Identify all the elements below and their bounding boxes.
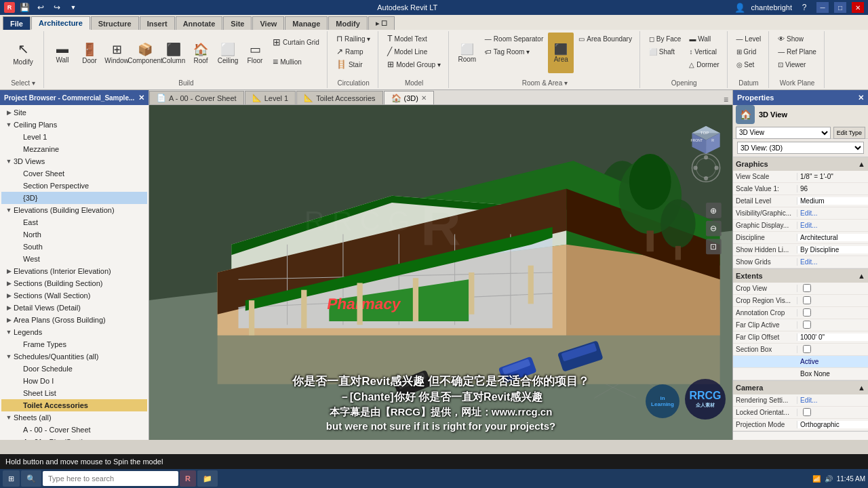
wall-btn[interactable]: ▬ Wall bbox=[50, 33, 75, 73]
show-btn[interactable]: 👁 Show bbox=[774, 33, 820, 45]
props-row-far-clip-offset[interactable]: Far Clip Offset 1000' 0" bbox=[733, 331, 868, 344]
toggle-sheets[interactable]: ▼ bbox=[4, 413, 14, 422]
tree-item-elevations-interior[interactable]: ▶ Elevations (Interior Elevation) bbox=[1, 265, 147, 277]
taskbar-revit-btn[interactable]: R bbox=[180, 470, 196, 487]
toggle-3dviews[interactable]: ▼ bbox=[4, 157, 14, 166]
quick-save[interactable]: 💾 bbox=[18, 1, 31, 14]
panel-options[interactable]: ≡ bbox=[724, 95, 732, 104]
tree-item-site[interactable]: ▶ Site bbox=[1, 106, 147, 119]
tree-item-sections-wall[interactable]: ▶ Sections (Wall Section) bbox=[1, 289, 147, 302]
redo-btn[interactable]: ↪ bbox=[50, 1, 64, 14]
model-group-btn[interactable]: ⊞ Model Group ▾ bbox=[384, 58, 444, 70]
floor-btn[interactable]: ▭ Floor bbox=[242, 33, 268, 73]
window-btn[interactable]: ⊞ Window bbox=[104, 33, 130, 73]
props-row-hidden-lines[interactable]: Show Hidden Li... By Discipline bbox=[733, 244, 868, 256]
tab-level1[interactable]: 📐 Level 1 bbox=[245, 91, 296, 104]
ref-plane-btn[interactable]: — Ref Plane bbox=[774, 45, 820, 58]
tree-item-north[interactable]: North bbox=[1, 228, 147, 241]
wall-open-btn[interactable]: ▬ Wall bbox=[686, 33, 722, 45]
view-type-dropdown[interactable]: 3D View bbox=[736, 127, 831, 139]
column-btn[interactable]: ⬛ Column bbox=[161, 33, 186, 73]
props-row-annotation-crop[interactable]: Annotation Crop bbox=[733, 307, 868, 319]
props-row-discipline[interactable]: Discipline Architectural bbox=[733, 232, 868, 244]
toggle-sections-wall[interactable]: ▶ bbox=[4, 291, 14, 300]
tree-item-toilet-accessories[interactable]: Toilet Accessories bbox=[1, 399, 147, 411]
tab-file[interactable]: File bbox=[3, 16, 31, 30]
maximize-btn[interactable]: □ bbox=[834, 2, 846, 13]
tree-item-legends[interactable]: ▼ Legends bbox=[1, 326, 147, 338]
props-section-camera-header[interactable]: Camera ▲ bbox=[733, 381, 868, 394]
props-row-rendering[interactable]: Rendering Setti... Edit... bbox=[733, 394, 868, 407]
by-face-btn[interactable]: ◻ By Face bbox=[646, 33, 684, 45]
ramp-btn[interactable]: ↗ Ramp bbox=[333, 45, 374, 58]
tree-item-level1-cp[interactable]: Level 1 bbox=[1, 131, 147, 143]
tab-3d[interactable]: 🏠 (3D) ✕ bbox=[384, 91, 434, 104]
toggle-area-plans[interactable]: ▶ bbox=[4, 315, 14, 325]
props-row-locked-orientation[interactable]: Locked Orientat... bbox=[733, 407, 868, 419]
props-row-far-clip-active[interactable]: Far Clip Active bbox=[733, 319, 868, 331]
tree-item-a01[interactable]: A - 01 - Plan/Sections bbox=[1, 436, 147, 440]
tree-item-elevations-building[interactable]: ▼ Elevations (Building Elevation) bbox=[1, 204, 147, 216]
roof-btn[interactable]: 🏠 Roof bbox=[188, 33, 214, 73]
toggle-elev-int[interactable]: ▶ bbox=[4, 266, 14, 276]
tree-item-south[interactable]: South bbox=[1, 241, 147, 253]
props-row-detail-level[interactable]: Detail Level Medium bbox=[733, 195, 868, 207]
pb-close[interactable]: ✕ bbox=[138, 94, 144, 102]
props-row-section-box[interactable]: Section Box bbox=[733, 344, 868, 356]
taskbar-search-input[interactable] bbox=[43, 471, 178, 486]
far-clip-active-checkbox[interactable] bbox=[803, 321, 811, 329]
toggle-schedules[interactable]: ▼ bbox=[4, 352, 14, 361]
tree-item-mezzanine[interactable]: Mezzanine bbox=[1, 143, 147, 155]
modify-btn[interactable]: ↖ Modify bbox=[7, 33, 39, 73]
tab-structure[interactable]: Structure bbox=[91, 16, 139, 30]
viewport[interactable]: Pharmacy bbox=[149, 105, 732, 440]
edit-type-btn[interactable]: Edit Type bbox=[833, 127, 865, 139]
railing-btn[interactable]: ⊓ Railing ▾ bbox=[333, 33, 374, 45]
toggle-legends[interactable]: ▼ bbox=[4, 327, 14, 337]
props-row-crop-view[interactable]: Crop View bbox=[733, 283, 868, 295]
tree-item-east[interactable]: East bbox=[1, 216, 147, 228]
toggle-elev[interactable]: ▼ bbox=[4, 205, 14, 215]
props-row-projection-mode[interactable]: Projection Mode Orthographic bbox=[733, 419, 868, 431]
dormer-btn[interactable]: △ Dormer bbox=[686, 58, 722, 70]
viewer-btn[interactable]: ⊡ Viewer bbox=[774, 58, 820, 70]
close-3d-tab[interactable]: ✕ bbox=[421, 94, 427, 102]
tab-annotate[interactable]: Annotate bbox=[176, 16, 223, 30]
tree-item-3dviews[interactable]: ▼ 3D Views bbox=[1, 155, 147, 167]
undo-btn[interactable]: ↩ bbox=[34, 1, 47, 14]
vertical-btn[interactable]: ↕ Vertical bbox=[686, 45, 722, 58]
area-boundary-btn[interactable]: ▭ Area Boundary bbox=[575, 33, 635, 45]
tab-site[interactable]: Site bbox=[223, 16, 252, 30]
room-separator-btn[interactable]: — Room Separator bbox=[481, 33, 547, 45]
props-row-graphic-display[interactable]: Graphic Display... Edit... bbox=[733, 220, 868, 232]
tree-item-how-do-i[interactable]: How Do I bbox=[1, 375, 147, 387]
quickaccess-more[interactable]: ▼ bbox=[66, 1, 80, 14]
tab-toilet-accessories[interactable]: 📐 Toilet Accessories bbox=[296, 91, 382, 104]
props-close[interactable]: ✕ bbox=[858, 94, 864, 102]
tree-item-cover-sheet[interactable]: Cover Sheet bbox=[1, 167, 147, 180]
room-btn[interactable]: ⬜ Room bbox=[454, 33, 480, 73]
tree-item-sheet-list[interactable]: Sheet List bbox=[1, 387, 147, 399]
help-btn[interactable]: ? bbox=[797, 1, 811, 14]
model-line-btn[interactable]: ╱ Model Line bbox=[384, 45, 444, 58]
minimize-btn[interactable]: ─ bbox=[816, 2, 829, 13]
props-row-visibility[interactable]: Visibility/Graphic... Edit... bbox=[733, 207, 868, 220]
tab-view[interactable]: View bbox=[252, 16, 284, 30]
close-btn[interactable]: ✕ bbox=[852, 2, 864, 13]
tab-modify[interactable]: Modify bbox=[328, 16, 367, 30]
curtain-grid-btn[interactable]: ⊞ Curtain Grid bbox=[269, 33, 323, 52]
model-text-btn[interactable]: T Model Text bbox=[384, 33, 444, 45]
tree-item-detail-views[interactable]: ▶ Detail Views (Detail) bbox=[1, 302, 147, 314]
locked-orientation-checkbox[interactable] bbox=[803, 408, 811, 416]
tree-item-section-perspective[interactable]: Section Perspective bbox=[1, 180, 147, 192]
ceiling-btn[interactable]: ⬜ Ceiling bbox=[215, 33, 241, 73]
mullion-btn[interactable]: ≡ Mullion bbox=[269, 52, 323, 71]
tree-item-door-schedule[interactable]: Door Schedule bbox=[1, 363, 147, 375]
props-row-show-grids[interactable]: Show Grids Edit... bbox=[733, 256, 868, 268]
tree-item-ceiling-plans[interactable]: ▼ Ceiling Plans bbox=[1, 119, 147, 131]
tab-architecture[interactable]: Architecture bbox=[31, 16, 90, 30]
annotation-crop-checkbox[interactable] bbox=[803, 308, 811, 317]
tree-item-sheets-all[interactable]: ▼ Sheets (all) bbox=[1, 411, 147, 424]
tree-item-area-plans[interactable]: ▶ Area Plans (Gross Building) bbox=[1, 314, 147, 326]
door-btn[interactable]: 🚪 Door bbox=[77, 33, 102, 73]
